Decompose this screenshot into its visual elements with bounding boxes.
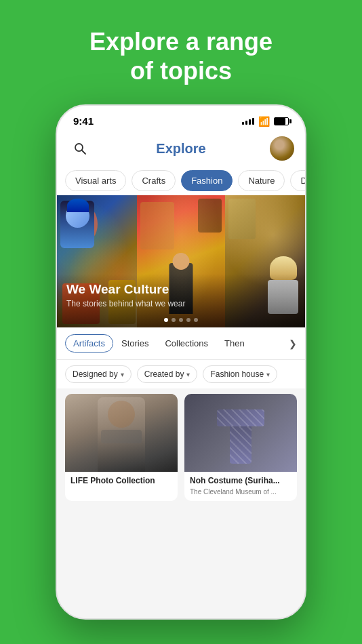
signal-icon [242, 118, 254, 125]
svg-line-1 [82, 150, 85, 154]
card-title: LIFE Photo Collection [71, 476, 172, 487]
card-title-right: Noh Costume (Suriha... [190, 476, 291, 487]
dot-1 [172, 318, 176, 322]
dropdown-filters: Designed by ▾ Created by ▾ Fashion house… [57, 360, 305, 388]
tab-crafts[interactable]: Crafts [132, 170, 176, 191]
filter-more-button[interactable]: ❯ [289, 338, 297, 349]
battery-icon [274, 117, 289, 125]
dot-2 [179, 318, 183, 322]
phone-frame: 9:41 📶 Exp [56, 104, 306, 620]
card-image-left [65, 394, 178, 472]
filter-tab-then[interactable]: Then [216, 334, 253, 353]
search-icon [73, 142, 87, 155]
status-time: 9:41 [73, 115, 94, 127]
category-tabs: Visual arts Crafts Fashion Nature Design [57, 166, 305, 195]
status-icons: 📶 [242, 116, 289, 127]
dot-3 [186, 318, 190, 322]
tab-design[interactable]: Design [290, 170, 305, 191]
dot-0 [164, 318, 168, 322]
fashion-house-dropdown[interactable]: Fashion house ▾ [203, 365, 277, 383]
created-by-dropdown[interactable]: Created by ▾ [137, 365, 198, 383]
filter-tab-collections[interactable]: Collections [157, 334, 216, 353]
banner-title: We Wear Culture [66, 282, 296, 298]
banner-subtitle: The stories behind what we wear [66, 299, 296, 308]
avatar[interactable] [270, 136, 294, 161]
wifi-icon: 📶 [258, 116, 270, 127]
card-life-photo[interactable]: LIFE Photo Collection [65, 394, 178, 501]
app-title: Explore [156, 141, 205, 157]
dropdown-arrow-icon: ▾ [121, 371, 124, 378]
content-grid: LIFE Photo Collection [57, 388, 305, 506]
card-noh-costume[interactable]: Noh Costume (Suriha... The Cleveland Mus… [184, 394, 297, 501]
chevron-right-icon: ❯ [289, 338, 297, 349]
filter-tab-artifacts[interactable]: Artifacts [65, 334, 113, 353]
card-info-right: Noh Costume (Suriha... The Cleveland Mus… [184, 472, 297, 501]
svg-point-0 [75, 144, 83, 151]
app-header: Explore [57, 131, 305, 166]
dot-4 [194, 318, 198, 322]
search-button[interactable] [68, 136, 92, 161]
banner-dots [164, 318, 198, 322]
dropdown-arrow-icon-2: ▾ [186, 371, 190, 378]
designed-by-dropdown[interactable]: Designed by ▾ [65, 365, 132, 383]
dropdown-arrow-icon-3: ▾ [266, 371, 270, 378]
tab-visual-arts[interactable]: Visual arts [65, 170, 126, 191]
card-info-left: LIFE Photo Collection [65, 472, 178, 492]
tab-fashion[interactable]: Fashion [181, 170, 233, 191]
hero-banner: We Wear Culture The stories behind what … [57, 195, 305, 327]
card-subtitle-right: The Cleveland Museum of ... [190, 488, 291, 496]
filter-tabs: Artifacts Stories Collections Then ❯ [57, 327, 305, 360]
tab-nature[interactable]: Nature [238, 170, 285, 191]
hero-heading: Explore a range of topics [62, 27, 300, 85]
status-bar: 9:41 📶 [57, 106, 305, 131]
card-image-right [184, 394, 297, 472]
filter-tab-stories[interactable]: Stories [113, 334, 157, 353]
